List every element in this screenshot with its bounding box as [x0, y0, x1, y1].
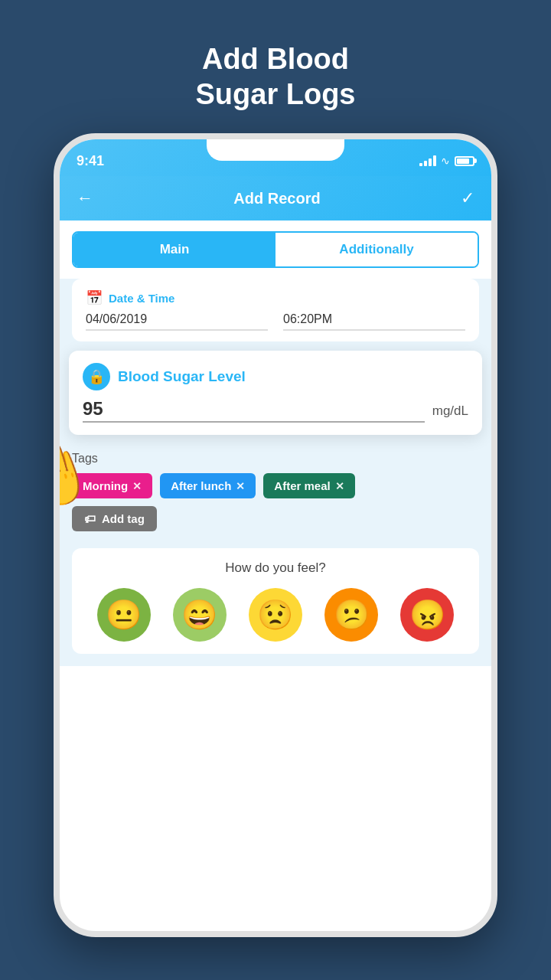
tab-main[interactable]: Main: [73, 233, 276, 266]
check-button[interactable]: ✓: [461, 188, 474, 208]
bsl-icon: 🔒: [83, 363, 110, 390]
emoji-neutral[interactable]: 😐: [97, 588, 151, 642]
blood-sugar-card: 🔒 Blood Sugar Level 95 mg/dL: [69, 351, 482, 435]
phone-notch: [207, 139, 344, 161]
emoji-neutral-face: 😐: [106, 598, 142, 632]
add-tag-button[interactable]: 🏷 Add tag: [72, 506, 157, 531]
signal-bars-icon: [419, 155, 436, 166]
wifi-icon: ∿: [441, 155, 450, 167]
phone-frame: 🤚 9:41 ∿ ← Add Record ✓ Main Additionall: [54, 133, 497, 937]
tab-bar: Main Additionally: [72, 231, 479, 268]
add-tag-label: Add tag: [102, 512, 145, 525]
date-time-card: 📅 Date & Time 04/06/2019 06:20PM: [72, 279, 479, 341]
battery-icon: [455, 156, 474, 166]
date-field[interactable]: 04/06/2019: [86, 312, 268, 331]
feeling-question: How do you feel?: [86, 560, 465, 576]
page-background: Add Blood Sugar Logs 🤚 9:41 ∿ ← Add Rec: [0, 0, 551, 980]
tags-label: Tags: [72, 452, 479, 466]
tag-after-lunch-label: After lunch: [171, 479, 231, 492]
date-time-label: Date & Time: [109, 292, 174, 305]
back-button[interactable]: ←: [77, 188, 93, 208]
bsl-title: Blood Sugar Level: [118, 368, 246, 385]
tag-morning-remove[interactable]: ✕: [132, 480, 142, 492]
status-time: 9:41: [77, 153, 104, 169]
tag-after-meal[interactable]: After meal ✕: [263, 473, 354, 498]
feeling-card: How do you feel? 😐 😄 😟 😕 😠: [72, 548, 479, 654]
tags-section: Tags Morning ✕ After lunch ✕ After meal …: [72, 444, 479, 539]
emoji-worried[interactable]: 😟: [249, 588, 302, 642]
lock-icon: 🔒: [88, 368, 105, 385]
emoji-happy-face: 😄: [181, 598, 217, 632]
tag-morning[interactable]: Morning ✕: [72, 473, 152, 498]
bsl-value-input[interactable]: 95: [83, 398, 425, 423]
status-icons: ∿: [419, 155, 474, 167]
tags-row: Morning ✕ After lunch ✕ After meal ✕: [72, 473, 479, 498]
bsl-header: 🔒 Blood Sugar Level: [83, 363, 468, 390]
tag-after-lunch[interactable]: After lunch ✕: [160, 473, 256, 498]
emoji-row: 😐 😄 😟 😕 😠: [86, 588, 465, 642]
tag-after-meal-remove[interactable]: ✕: [335, 480, 344, 492]
tag-morning-label: Morning: [83, 479, 128, 492]
app-content: 📅 Date & Time 04/06/2019 06:20PM 🔒 Blood…: [60, 279, 491, 666]
emoji-happy[interactable]: 😄: [173, 588, 227, 642]
tag-after-meal-label: After meal: [274, 479, 330, 492]
calendar-icon: 📅: [86, 289, 103, 306]
emoji-angry[interactable]: 😠: [400, 588, 454, 642]
emoji-confused-face: 😕: [334, 598, 370, 632]
time-field[interactable]: 06:20PM: [283, 312, 465, 331]
tab-additionally[interactable]: Additionally: [276, 233, 478, 266]
bsl-unit: mg/dL: [432, 403, 468, 419]
tag-icon: 🏷: [84, 512, 96, 525]
bsl-input-row: 95 mg/dL: [83, 398, 468, 423]
date-time-header: 📅 Date & Time: [86, 289, 465, 306]
app-header: ← Add Record ✓: [60, 176, 491, 220]
tag-after-lunch-remove[interactable]: ✕: [236, 480, 245, 492]
page-title: Add Blood Sugar Logs: [195, 42, 355, 112]
emoji-confused[interactable]: 😕: [324, 588, 378, 642]
emoji-angry-face: 😠: [409, 598, 445, 632]
date-time-row: 04/06/2019 06:20PM: [86, 312, 465, 331]
header-title: Add Record: [233, 190, 320, 207]
emoji-worried-face: 😟: [257, 598, 293, 632]
